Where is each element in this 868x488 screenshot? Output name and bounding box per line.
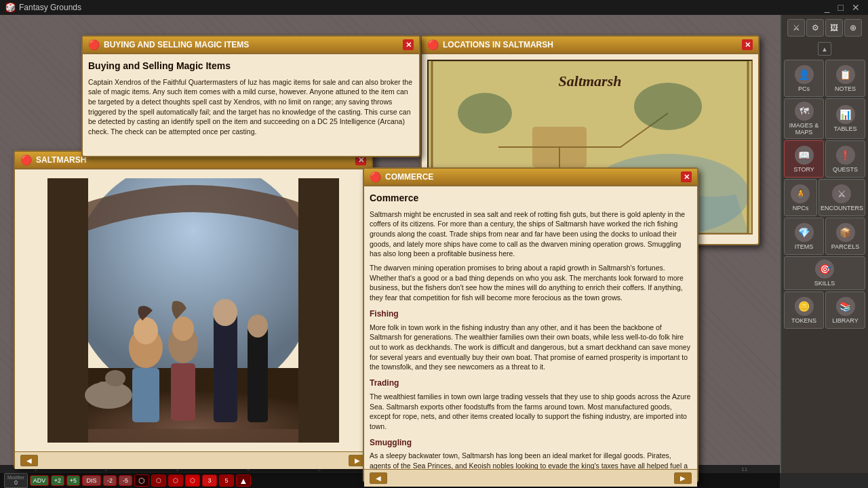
character-art-svg [47,178,339,443]
svg-rect-9 [132,368,159,422]
panel-buying-close[interactable]: ✕ [403,39,414,50]
skills-icon: 🎯 [815,260,834,279]
panel-commerce-content: Commerce Saltmarsh might be encrusted in… [364,186,697,469]
window-controls[interactable]: _ □ ✕ [822,2,863,13]
library-label: LIBRARY [832,317,858,324]
minus5-btn[interactable]: -5 [119,475,132,486]
panel-buying-icon: 🔴 [88,39,100,50]
sidebar-icon-sword[interactable]: ⚔ [787,19,805,37]
sidebar-row-items-parcels: 💎 ITEMS 📦 PARCELS [784,218,865,255]
tokens-label: TOKENS [791,317,816,324]
panel-buying-title: 🔴 Buying and Selling Magic Items [88,39,249,50]
panel-buying-heading: Buying and Selling Magic Items [88,60,414,73]
dice-d6-3[interactable]: 3 [202,474,217,487]
notes-label: NOTES [835,85,856,92]
sidebar-row-npcs-encounters: 🧍 NPCs ⚔ ENCOUNTERS [784,179,865,216]
panel-saltmarsh-title: 🔴 Saltmarsh [20,155,86,165]
main-area: 🔴 Buying and Selling Magic Items ✕ Buyin… [0,15,868,488]
commerce-para-1: Saltmarsh might be encrusted in sea salt… [370,209,692,259]
sidebar-btn-skills[interactable]: 🎯 SKILLS [784,256,865,290]
items-label: ITEMS [795,243,814,250]
svg-rect-12 [171,363,195,421]
dice-d6-5[interactable]: 5 [219,474,234,487]
modifier-value: 0 [14,480,18,486]
story-label: STORY [793,166,814,173]
sidebar-icon-plus[interactable]: ⊕ [844,19,862,37]
quests-icon: ❗ [836,146,855,165]
quests-label: QUESTS [833,166,858,173]
svg-point-8 [134,317,158,344]
commerce-trading-heading: Trading [370,378,692,389]
maximize-btn[interactable]: □ [835,2,846,13]
sidebar-icon-image[interactable]: 🖼 [825,19,843,37]
sidebar-btn-encounters[interactable]: ⚔ ENCOUNTERS [818,179,865,216]
sidebar-btn-tables[interactable]: 📊 TABLES [825,98,865,139]
svg-point-22 [634,83,702,130]
sidebar-btn-notes[interactable]: 📋 NOTES [825,60,865,97]
plus2-btn[interactable]: +2 [51,475,64,486]
panel-commerce-header[interactable]: 🔴 Commerce ✕ [364,169,697,186]
panel-locations-header[interactable]: 🔴 LOCATIONS IN SALTMARSH ✕ [422,37,758,54]
sidebar-icon-gear[interactable]: ⚙ [806,19,824,37]
dice-d20-1[interactable]: ⬡ [134,474,149,487]
panel-locations-title: 🔴 LOCATIONS IN SALTMARSH [427,39,553,50]
close-btn[interactable]: ✕ [849,2,863,13]
minus2-btn[interactable]: -2 [103,475,117,486]
parcels-icon: 📦 [836,223,855,242]
adv-btn[interactable]: ADV [30,475,49,486]
pcs-label: PCs [798,85,810,92]
dice-d20-4[interactable]: ⬡ [185,474,200,487]
sidebar: ⚔ ⚙ 🖼 ⊕ ▲ 👤 PCs 📋 NOTES 🗺 IMAGES & MAPS [780,15,868,473]
sidebar-btn-parcels[interactable]: 📦 PARCELS [825,218,865,255]
panel-commerce-prev[interactable]: ◀ [370,472,387,484]
panel-buying-header[interactable]: 🔴 Buying and Selling Magic Items ✕ [83,37,419,54]
sidebar-btn-items[interactable]: 💎 ITEMS [784,218,824,255]
sidebar-btn-pcs[interactable]: 👤 PCs [784,60,824,97]
commerce-smuggling-para: As a sleepy backwater town, Saltmarsh ha… [370,451,692,469]
svg-rect-15 [248,327,268,422]
tables-label: TABLES [834,125,857,132]
commerce-main-heading: Commerce [370,192,692,205]
svg-point-14 [213,299,237,326]
panel-saltmarsh-prev[interactable]: ◀ [20,455,38,466]
sidebar-arrow-up[interactable]: ▲ [818,42,831,56]
panel-locations-close[interactable]: ✕ [742,39,753,50]
commerce-para-2: The dwarven mining operation promises to… [370,263,692,303]
panel-commerce-nav[interactable]: ◀ ▶ [364,469,697,487]
sidebar-btn-quests[interactable]: ❗ QUESTS [825,140,865,178]
svg-point-21 [458,93,512,134]
sidebar-btn-story[interactable]: 📖 STORY [784,140,824,178]
sidebar-btn-npcs[interactable]: 🧍 NPCs [784,179,817,216]
sidebar-row-story-quests: 📖 STORY ❗ QUESTS [784,140,865,178]
sidebar-row-tokens-library: 🪙 TOKENS 📚 LIBRARY [784,291,865,329]
svg-rect-3 [298,178,339,443]
panel-saltmarsh-nav[interactable]: ◀ ▶ [15,451,372,469]
app-title: 🎲 Fantasy Grounds [5,3,81,12]
modifier-box: Modifier 0 [4,473,28,488]
images-icon: 🗺 [795,102,814,121]
parcels-label: PARCELS [831,243,859,250]
skills-label: SKILLS [814,280,835,287]
sidebar-btn-library[interactable]: 📚 LIBRARY [825,291,865,329]
tokens-icon: 🪙 [795,297,814,316]
character-art-container [18,172,369,449]
npcs-icon: 🧍 [791,184,810,203]
minimize-btn[interactable]: _ [822,2,833,13]
panel-commerce-next[interactable]: ▶ [674,472,692,484]
panel-commerce-icon: 🔴 [370,171,381,182]
library-icon: 📚 [836,297,855,316]
plus5-btn[interactable]: +5 [66,475,80,486]
panel-buying-content: Buying and Selling Magic Items Captain X… [83,54,419,136]
commerce-smuggling-heading: Smuggling [370,437,692,449]
sidebar-btn-tokens[interactable]: 🪙 TOKENS [784,291,824,329]
panel-buying-body: Captain Xendros of the Faithful Quarterm… [88,77,414,136]
dice-d20-2[interactable]: ⬡ [151,474,166,487]
dice-d20-3[interactable]: ⬡ [168,474,183,487]
commerce-trading-para: The wealthiest families in town own larg… [370,392,692,432]
encounters-label: ENCOUNTERS [821,205,863,211]
panel-commerce: 🔴 Commerce ✕ Commerce Saltmarsh might be… [363,167,698,483]
dis-btn[interactable]: DIS [82,475,101,486]
sidebar-btn-images[interactable]: 🗺 IMAGES & MAPS [784,98,824,139]
panel-commerce-close[interactable]: ✕ [681,171,692,182]
dice-triangle[interactable]: ▲ [236,474,251,487]
